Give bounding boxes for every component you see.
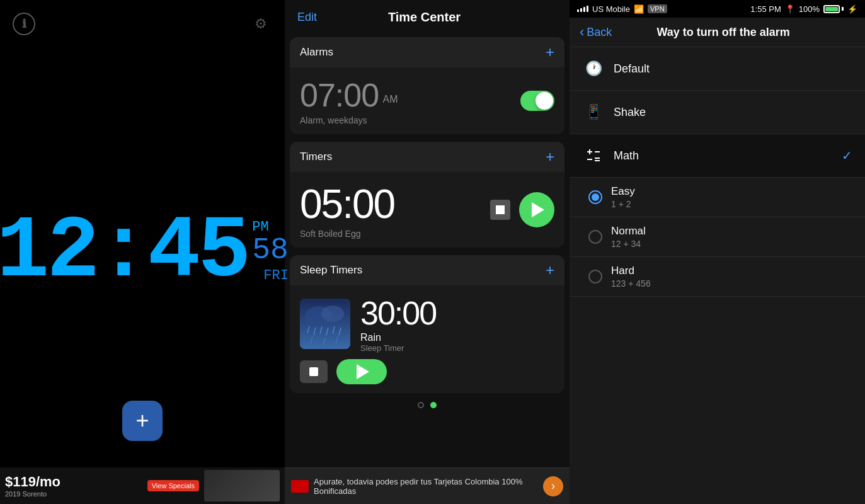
ad-center-text: Apurate, todavia podes pedir tus Tarjeta…	[314, 477, 543, 496]
dot-1[interactable]	[418, 402, 424, 408]
back-button[interactable]: ‹ Back	[580, 24, 612, 40]
alarms-section-body: 07:00 AM Alarm, weekdays	[290, 67, 564, 134]
clock-seconds: 58	[252, 235, 289, 265]
timers-add-button[interactable]: +	[546, 149, 554, 164]
easy-option-text: Easy 1 + 2	[611, 185, 635, 209]
normal-desc: 12 + 34	[611, 239, 646, 249]
sleep-item-sub: Sleep Timer	[360, 343, 554, 353]
easy-desc: 1 + 2	[611, 199, 635, 209]
timer-play-button[interactable]	[519, 192, 554, 227]
sub-option-normal[interactable]: Normal 12 + 34	[570, 217, 865, 257]
math-check-icon: ✓	[842, 148, 852, 163]
back-chevron-icon: ‹	[580, 24, 584, 40]
clock-time: 12:45	[0, 208, 248, 296]
status-time: 1:55 PM	[750, 4, 781, 14]
hard-option-text: Hard 123 + 456	[611, 265, 651, 289]
sleep-stop-icon	[309, 367, 318, 376]
alarm-toggle[interactable]	[520, 91, 554, 111]
clock-display: 12:45 PM 58 FRI	[0, 208, 289, 296]
alarm-row: 07:00 AM Alarm, weekdays	[300, 76, 554, 125]
normal-label: Normal	[611, 225, 646, 238]
alarms-add-button[interactable]: +	[546, 45, 554, 60]
timer-sub: Soft Boiled Egg	[300, 229, 394, 239]
charge-icon: ⚡	[847, 4, 857, 14]
option-shake-label: Shake	[614, 106, 852, 119]
easy-label: Easy	[611, 185, 635, 198]
timer-stop-button[interactable]	[490, 200, 510, 220]
ad-cta[interactable]: View Specials	[147, 480, 199, 491]
sleep-thumbnail	[300, 299, 350, 349]
battery-tip	[842, 7, 844, 11]
ad-flag-icon	[291, 480, 309, 493]
option-default[interactable]: 🕐 Default	[570, 47, 865, 91]
timers-section-body: 05:00 Soft Boiled Egg	[290, 172, 564, 248]
right-panel: US Mobile 📶 VPN 1:55 PM 📍 100% ⚡ ‹ Back …	[570, 0, 865, 504]
clock-day: FRI	[252, 268, 289, 284]
left-panel: ℹ ⚙ 12:45 PM 58 FRI + 🕐 $119/mo 2019 Sor…	[0, 0, 285, 504]
alarm-ampm: AM	[383, 94, 398, 105]
add-button[interactable]: +	[122, 401, 163, 441]
hard-label: Hard	[611, 265, 651, 277]
back-label: Back	[587, 26, 612, 39]
sleep-play-button[interactable]	[336, 359, 387, 384]
timers-title: Timers	[300, 151, 332, 163]
sleep-stop-button[interactable]	[300, 360, 328, 383]
toggle-knob	[536, 92, 553, 110]
right-nav: ‹ Back Way to turn off the alarm	[570, 18, 865, 47]
signal-bars	[577, 6, 588, 12]
center-title: Time Center	[388, 10, 461, 25]
alarm-sub: Alarm, weekdays	[300, 115, 398, 125]
alarms-title: Alarms	[300, 46, 333, 59]
timer-time: 05:00	[300, 181, 394, 227]
sleep-item-title: Rain	[360, 332, 554, 343]
alarm-time: 07:00	[300, 77, 379, 113]
option-default-label: Default	[614, 62, 852, 76]
option-math[interactable]: Math ✓	[570, 134, 865, 178]
ad-car-image	[204, 470, 280, 501]
shake-icon: 📱	[582, 101, 605, 123]
edit-button[interactable]: Edit	[297, 11, 317, 24]
ad-arrow-button[interactable]: ›	[543, 476, 563, 496]
sleep-play-icon	[357, 364, 369, 379]
status-left: US Mobile 📶 VPN	[577, 4, 667, 14]
top-icons: ℹ ⚙	[0, 13, 285, 35]
easy-radio[interactable]	[588, 190, 602, 204]
normal-radio[interactable]	[588, 230, 602, 244]
ad-price: $119/mo	[5, 474, 142, 490]
play-icon	[532, 202, 544, 217]
stop-icon	[496, 205, 505, 214]
timers-section-header: Timers +	[290, 142, 564, 172]
sub-option-easy[interactable]: Easy 1 + 2	[570, 178, 865, 217]
normal-option-text: Normal 12 + 34	[611, 225, 646, 249]
svg-point-2	[321, 306, 344, 322]
carrier-label: US Mobile	[592, 4, 630, 14]
bottom-bar: +	[0, 401, 285, 441]
battery-fill	[825, 7, 838, 11]
sleep-row: 30:00 Rain Sleep Timer	[300, 294, 554, 353]
dot-2[interactable]	[430, 402, 437, 408]
ad-brand: 2019 Sorento	[5, 490, 142, 498]
center-panel: Edit Time Center Alarms + 07:00 AM Alarm…	[285, 0, 570, 504]
clock-right: PM 58 FRI	[252, 208, 289, 284]
option-math-label: Math	[614, 149, 842, 163]
sleep-section-header: Sleep Timers +	[290, 255, 564, 285]
wifi-icon: 📶	[634, 4, 644, 14]
sleep-time: 30:00	[360, 294, 554, 332]
center-content: Alarms + 07:00 AM Alarm, weekdays Timers	[285, 31, 570, 467]
alarms-section-header: Alarms +	[290, 37, 564, 67]
timer-row: 05:00 Soft Boiled Egg	[300, 181, 554, 239]
default-icon: 🕐	[582, 57, 605, 80]
option-shake[interactable]: 📱 Shake	[570, 91, 865, 134]
ad-banner-center[interactable]: Apurate, todavia podes pedir tus Tarjeta…	[285, 467, 570, 504]
hard-desc: 123 + 456	[611, 278, 651, 289]
vpn-label: VPN	[648, 4, 667, 13]
gear-icon[interactable]: ⚙	[249, 13, 272, 35]
sleep-add-button[interactable]: +	[546, 263, 554, 278]
sleep-controls	[300, 359, 554, 384]
info-icon[interactable]: ℹ	[13, 13, 35, 35]
sub-option-hard[interactable]: Hard 123 + 456	[570, 257, 865, 297]
page-dots	[290, 394, 564, 411]
hard-radio[interactable]	[588, 270, 602, 284]
timer-controls	[490, 192, 554, 227]
battery-indicator	[823, 5, 844, 13]
